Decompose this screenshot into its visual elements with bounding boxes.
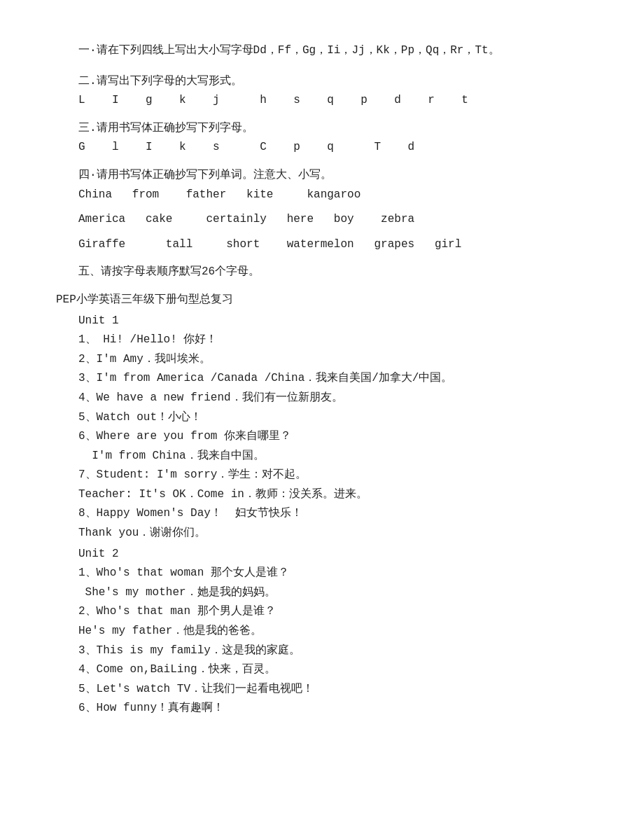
unit-2-line-2: She's my mother．她是我的妈妈。 [78,584,588,602]
section-2-title: 二.请写出下列字母的大写形式。 [56,73,588,91]
unit-1-line-11: Thank you．谢谢你们。 [78,524,588,543]
unit-1-line-6: 6、Where are you from 你来自哪里？ [78,428,588,446]
unit-1-line-1: 1、 Hi! /Hello! 你好！ [78,331,588,349]
section-4-row2: America cake certainly here boy zebra [56,211,588,229]
section-5-title: 五、请按字母表顺序默写26个字母。 [56,263,588,282]
section-1: 一·请在下列四线上写出大小写字母Dd，Ff，Gg，Ii，Jj，Kk，Pp，Qq，… [56,42,588,60]
unit-2-line-7: 5、Let's watch TV．让我们一起看电视吧！ [78,681,588,699]
unit-2-line-5: 3、This is my family．这是我的家庭。 [78,642,588,660]
pep-header: PEP小学英语三年级下册句型总复习 [56,291,588,310]
section-4-title: 四·请用书写体正确抄写下列单词。注意大、小写。 [56,167,588,185]
unit-1-line-9: Teacher: It's OK．Come in．教师：没关系。进来。 [78,486,588,504]
unit-2-line-3: 2、Who's that man 那个男人是谁？ [78,603,588,621]
page-content: 一·请在下列四线上写出大小写字母Dd，Ff，Gg，Ii，Jj，Kk，Pp，Qq，… [56,42,588,718]
section-4: 四·请用书写体正确抄写下列单词。注意大、小写。 China from fathe… [56,167,588,253]
section-3-title: 三.请用书写体正确抄写下列字母。 [56,120,588,138]
section-3: 三.请用书写体正确抄写下列字母。 G l I k s C p q T d [56,120,588,157]
unit-1-line-5: 5、Watch out！小心！ [78,409,588,427]
unit-1-line-7: I'm from China．我来自中国。 [78,447,588,466]
unit-2-line-1: 1、Who's that woman 那个女人是谁？ [78,564,588,583]
section-1-title: 一·请在下列四线上写出大小写字母Dd，Ff，Gg，Ii，Jj，Kk，Pp，Qq，… [56,42,588,60]
section-4-row1: China from father kite kangaroo [56,186,588,204]
section-4-row3: Giraffe tall short watermelon grapes gir… [56,236,588,254]
unit-1-title: Unit 1 [78,312,588,331]
unit-1-line-8: 7、Student: I'm sorry．学生：对不起。 [78,466,588,485]
unit-1-line-4: 4、We have a new friend．我们有一位新朋友。 [78,389,588,408]
section-2: 二.请写出下列字母的大写形式。 L I g k j h s q p d r t [56,73,588,110]
unit-2-line-8: 6、How funny！真有趣啊！ [78,700,588,718]
unit-2-line-6: 4、Come on,BaiLing．快来，百灵。 [78,661,588,679]
section-pep: PEP小学英语三年级下册句型总复习 Unit 1 1、 Hi! /Hello! … [56,291,588,718]
unit-2: Unit 2 1、Who's that woman 那个女人是谁？ She's … [56,545,588,718]
unit-1: Unit 1 1、 Hi! /Hello! 你好！ 2、I'm Amy．我叫埃米… [56,312,588,543]
unit-1-line-10: 8、Happy Women's Day！ 妇女节快乐！ [78,505,588,523]
unit-2-title: Unit 2 [78,545,588,564]
unit-1-line-2: 2、I'm Amy．我叫埃米。 [78,351,588,369]
unit-2-line-4: He's my father．他是我的爸爸。 [78,623,588,641]
section-3-letters: G l I k s C p q T d [56,139,588,157]
section-2-letters: L I g k j h s q p d r t [56,92,588,110]
section-5: 五、请按字母表顺序默写26个字母。 [56,263,588,282]
unit-1-line-3: 3、I'm from America /Canada /China．我来自美国/… [78,370,588,388]
